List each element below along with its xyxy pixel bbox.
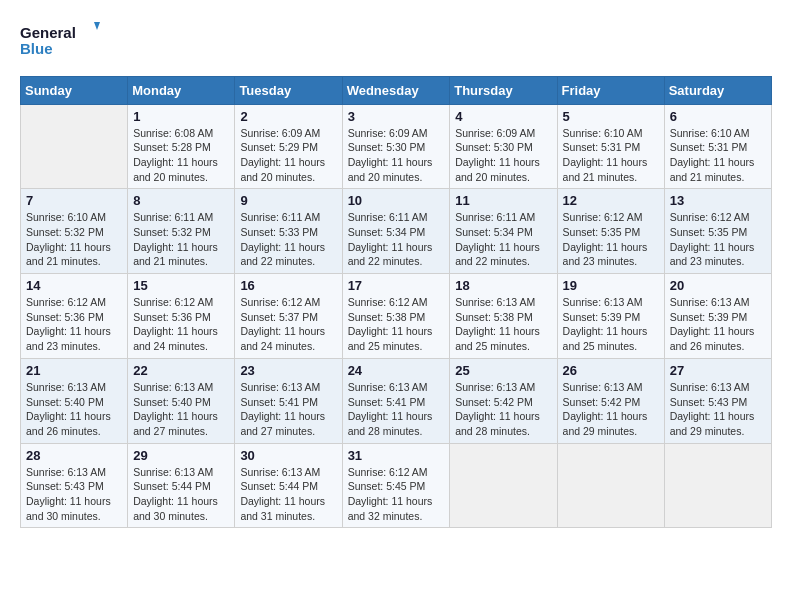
calendar-cell: 17Sunrise: 6:12 AMSunset: 5:38 PMDayligh…	[342, 274, 450, 359]
calendar-cell: 12Sunrise: 6:12 AMSunset: 5:35 PMDayligh…	[557, 189, 664, 274]
calendar-week-1: 1Sunrise: 6:08 AMSunset: 5:28 PMDaylight…	[21, 104, 772, 189]
day-number: 22	[133, 363, 229, 378]
weekday-header-thursday: Thursday	[450, 76, 557, 104]
day-info: Sunrise: 6:10 AMSunset: 5:32 PMDaylight:…	[26, 210, 122, 269]
day-info: Sunrise: 6:11 AMSunset: 5:32 PMDaylight:…	[133, 210, 229, 269]
day-number: 2	[240, 109, 336, 124]
day-info: Sunrise: 6:13 AMSunset: 5:42 PMDaylight:…	[455, 380, 551, 439]
day-number: 10	[348, 193, 445, 208]
weekday-header-sunday: Sunday	[21, 76, 128, 104]
day-info: Sunrise: 6:12 AMSunset: 5:37 PMDaylight:…	[240, 295, 336, 354]
calendar-week-4: 21Sunrise: 6:13 AMSunset: 5:40 PMDayligh…	[21, 358, 772, 443]
logo-mark: General Blue	[20, 20, 100, 60]
weekday-header-row: SundayMondayTuesdayWednesdayThursdayFrid…	[21, 76, 772, 104]
calendar-cell	[664, 443, 771, 528]
day-number: 8	[133, 193, 229, 208]
day-number: 6	[670, 109, 766, 124]
calendar-cell: 30Sunrise: 6:13 AMSunset: 5:44 PMDayligh…	[235, 443, 342, 528]
day-number: 4	[455, 109, 551, 124]
weekday-header-monday: Monday	[128, 76, 235, 104]
calendar-cell: 4Sunrise: 6:09 AMSunset: 5:30 PMDaylight…	[450, 104, 557, 189]
calendar-cell: 3Sunrise: 6:09 AMSunset: 5:30 PMDaylight…	[342, 104, 450, 189]
day-number: 31	[348, 448, 445, 463]
logo-svg: General Blue	[20, 20, 100, 56]
calendar-cell	[21, 104, 128, 189]
day-number: 3	[348, 109, 445, 124]
day-info: Sunrise: 6:12 AMSunset: 5:45 PMDaylight:…	[348, 465, 445, 524]
day-number: 14	[26, 278, 122, 293]
calendar-week-2: 7Sunrise: 6:10 AMSunset: 5:32 PMDaylight…	[21, 189, 772, 274]
calendar-cell: 9Sunrise: 6:11 AMSunset: 5:33 PMDaylight…	[235, 189, 342, 274]
day-info: Sunrise: 6:13 AMSunset: 5:44 PMDaylight:…	[240, 465, 336, 524]
day-number: 30	[240, 448, 336, 463]
day-info: Sunrise: 6:08 AMSunset: 5:28 PMDaylight:…	[133, 126, 229, 185]
weekday-header-friday: Friday	[557, 76, 664, 104]
day-info: Sunrise: 6:12 AMSunset: 5:38 PMDaylight:…	[348, 295, 445, 354]
day-info: Sunrise: 6:13 AMSunset: 5:42 PMDaylight:…	[563, 380, 659, 439]
calendar-cell: 14Sunrise: 6:12 AMSunset: 5:36 PMDayligh…	[21, 274, 128, 359]
day-info: Sunrise: 6:11 AMSunset: 5:34 PMDaylight:…	[348, 210, 445, 269]
day-number: 7	[26, 193, 122, 208]
calendar-cell: 10Sunrise: 6:11 AMSunset: 5:34 PMDayligh…	[342, 189, 450, 274]
day-number: 15	[133, 278, 229, 293]
svg-text:General: General	[20, 24, 76, 41]
calendar-cell	[450, 443, 557, 528]
day-number: 27	[670, 363, 766, 378]
day-number: 13	[670, 193, 766, 208]
day-number: 12	[563, 193, 659, 208]
day-number: 26	[563, 363, 659, 378]
calendar-cell: 22Sunrise: 6:13 AMSunset: 5:40 PMDayligh…	[128, 358, 235, 443]
day-number: 20	[670, 278, 766, 293]
calendar-cell: 15Sunrise: 6:12 AMSunset: 5:36 PMDayligh…	[128, 274, 235, 359]
weekday-header-wednesday: Wednesday	[342, 76, 450, 104]
calendar-week-3: 14Sunrise: 6:12 AMSunset: 5:36 PMDayligh…	[21, 274, 772, 359]
day-info: Sunrise: 6:12 AMSunset: 5:36 PMDaylight:…	[133, 295, 229, 354]
page-header: General Blue	[20, 20, 772, 60]
day-info: Sunrise: 6:11 AMSunset: 5:34 PMDaylight:…	[455, 210, 551, 269]
svg-marker-2	[94, 22, 100, 30]
calendar-cell: 28Sunrise: 6:13 AMSunset: 5:43 PMDayligh…	[21, 443, 128, 528]
day-info: Sunrise: 6:10 AMSunset: 5:31 PMDaylight:…	[563, 126, 659, 185]
day-number: 23	[240, 363, 336, 378]
day-info: Sunrise: 6:10 AMSunset: 5:31 PMDaylight:…	[670, 126, 766, 185]
calendar-cell: 27Sunrise: 6:13 AMSunset: 5:43 PMDayligh…	[664, 358, 771, 443]
calendar-cell: 11Sunrise: 6:11 AMSunset: 5:34 PMDayligh…	[450, 189, 557, 274]
day-info: Sunrise: 6:09 AMSunset: 5:30 PMDaylight:…	[455, 126, 551, 185]
day-info: Sunrise: 6:13 AMSunset: 5:38 PMDaylight:…	[455, 295, 551, 354]
day-number: 5	[563, 109, 659, 124]
day-number: 25	[455, 363, 551, 378]
calendar-cell: 19Sunrise: 6:13 AMSunset: 5:39 PMDayligh…	[557, 274, 664, 359]
day-info: Sunrise: 6:13 AMSunset: 5:43 PMDaylight:…	[26, 465, 122, 524]
day-info: Sunrise: 6:13 AMSunset: 5:40 PMDaylight:…	[133, 380, 229, 439]
day-number: 29	[133, 448, 229, 463]
calendar-cell: 25Sunrise: 6:13 AMSunset: 5:42 PMDayligh…	[450, 358, 557, 443]
day-info: Sunrise: 6:12 AMSunset: 5:35 PMDaylight:…	[670, 210, 766, 269]
calendar-cell: 2Sunrise: 6:09 AMSunset: 5:29 PMDaylight…	[235, 104, 342, 189]
calendar-cell: 8Sunrise: 6:11 AMSunset: 5:32 PMDaylight…	[128, 189, 235, 274]
calendar-cell: 31Sunrise: 6:12 AMSunset: 5:45 PMDayligh…	[342, 443, 450, 528]
day-number: 28	[26, 448, 122, 463]
day-info: Sunrise: 6:13 AMSunset: 5:39 PMDaylight:…	[563, 295, 659, 354]
calendar-cell: 23Sunrise: 6:13 AMSunset: 5:41 PMDayligh…	[235, 358, 342, 443]
day-info: Sunrise: 6:09 AMSunset: 5:30 PMDaylight:…	[348, 126, 445, 185]
day-number: 19	[563, 278, 659, 293]
calendar-table: SundayMondayTuesdayWednesdayThursdayFrid…	[20, 76, 772, 529]
day-number: 18	[455, 278, 551, 293]
weekday-header-tuesday: Tuesday	[235, 76, 342, 104]
calendar-cell: 16Sunrise: 6:12 AMSunset: 5:37 PMDayligh…	[235, 274, 342, 359]
day-number: 17	[348, 278, 445, 293]
calendar-cell: 18Sunrise: 6:13 AMSunset: 5:38 PMDayligh…	[450, 274, 557, 359]
day-number: 16	[240, 278, 336, 293]
logo: General Blue	[20, 20, 100, 60]
calendar-cell: 20Sunrise: 6:13 AMSunset: 5:39 PMDayligh…	[664, 274, 771, 359]
calendar-cell: 21Sunrise: 6:13 AMSunset: 5:40 PMDayligh…	[21, 358, 128, 443]
calendar-cell: 29Sunrise: 6:13 AMSunset: 5:44 PMDayligh…	[128, 443, 235, 528]
calendar-cell: 5Sunrise: 6:10 AMSunset: 5:31 PMDaylight…	[557, 104, 664, 189]
calendar-cell: 13Sunrise: 6:12 AMSunset: 5:35 PMDayligh…	[664, 189, 771, 274]
day-info: Sunrise: 6:13 AMSunset: 5:44 PMDaylight:…	[133, 465, 229, 524]
weekday-header-saturday: Saturday	[664, 76, 771, 104]
day-info: Sunrise: 6:09 AMSunset: 5:29 PMDaylight:…	[240, 126, 336, 185]
day-info: Sunrise: 6:13 AMSunset: 5:41 PMDaylight:…	[348, 380, 445, 439]
day-info: Sunrise: 6:11 AMSunset: 5:33 PMDaylight:…	[240, 210, 336, 269]
day-number: 1	[133, 109, 229, 124]
